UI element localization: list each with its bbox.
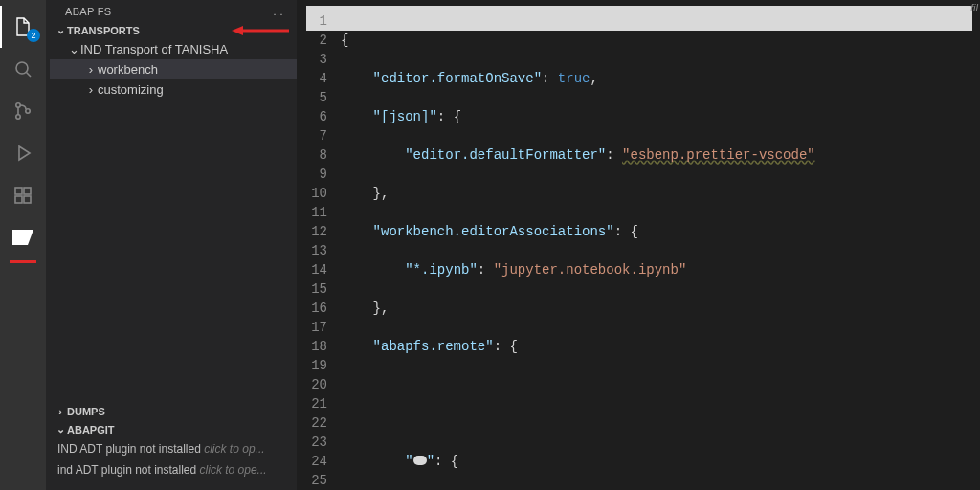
transports-tree: ⌄ IND Transport of TANISHA › workbench ›… <box>46 39 297 100</box>
abap-panel-icon[interactable] <box>0 216 46 258</box>
more-actions-icon[interactable]: … <box>273 6 285 17</box>
sidebar: ABAP FS … ⌄ TRANSPORTS ⌄ IND Transport o… <box>46 0 297 490</box>
abapgit-message-hint: click to op... <box>204 442 264 456</box>
run-debug-icon[interactable] <box>0 132 46 174</box>
line-number-gutter: 1234567891011121314151617181920212223242… <box>297 11 341 490</box>
redacted-key <box>413 456 427 465</box>
svg-rect-8 <box>24 196 31 203</box>
chevron-right-icon: › <box>84 82 98 97</box>
abapgit-message-text: ind ADT plugin not installed <box>57 463 196 477</box>
sidebar-title: ABAP FS <box>65 6 111 17</box>
svg-marker-12 <box>232 26 243 35</box>
annotation-arrow <box>232 25 289 36</box>
tree-transport-root[interactable]: ⌄ IND Transport of TANISHA <box>50 39 297 59</box>
svg-marker-10 <box>12 230 33 245</box>
tree-workbench[interactable]: › workbench <box>50 59 297 79</box>
abapgit-message[interactable]: ind ADT plugin not installed click to op… <box>46 459 297 480</box>
chevron-right-icon: › <box>54 406 67 417</box>
svg-point-4 <box>26 109 30 113</box>
svg-point-0 <box>16 62 28 74</box>
app-root: 2 ABAP FS … ⌄ TRANSPORTS <box>0 0 980 490</box>
chevron-right-icon: › <box>84 62 98 77</box>
abapgit-message-hint: click to ope... <box>200 463 267 477</box>
code-area[interactable]: 1234567891011121314151617181920212223242… <box>297 0 980 490</box>
svg-rect-9 <box>24 188 31 194</box>
tree-item-label: workbench <box>98 62 158 77</box>
source-control-icon[interactable] <box>0 90 46 132</box>
section-dumps[interactable]: › DUMPS <box>46 403 297 420</box>
explorer-badge: 2 <box>27 29 40 42</box>
section-transports-label: TRANSPORTS <box>67 25 226 36</box>
abapgit-message[interactable]: IND ADT plugin not installed click to op… <box>46 438 297 459</box>
chevron-down-icon: ⌄ <box>54 423 67 435</box>
svg-point-3 <box>16 115 20 119</box>
extensions-icon[interactable] <box>0 174 46 216</box>
sidebar-title-row: ABAP FS … <box>46 0 297 21</box>
abapgit-message-text: IND ADT plugin not installed <box>57 442 201 456</box>
section-dumps-label: DUMPS <box>67 406 289 417</box>
svg-marker-5 <box>19 146 30 160</box>
explorer-icon[interactable]: 2 <box>0 6 46 48</box>
activity-bar: 2 <box>0 0 46 490</box>
search-icon[interactable] <box>0 48 46 90</box>
section-transports[interactable]: ⌄ TRANSPORTS <box>46 21 297 39</box>
section-abapgit[interactable]: ⌄ ABAPGIT <box>46 420 297 438</box>
section-abapgit-label: ABAPGIT <box>67 424 289 435</box>
chevron-down-icon: ⌄ <box>67 42 80 56</box>
annotation-underline <box>10 260 36 263</box>
tree-item-label: IND Transport of TANISHA <box>80 42 228 56</box>
code-content[interactable]: { "editor.formatOnSave": true, "[json]":… <box>341 11 980 490</box>
tree-item-label: customizing <box>98 82 164 97</box>
svg-line-1 <box>27 73 32 78</box>
svg-point-2 <box>16 103 20 107</box>
chevron-down-icon: ⌄ <box>54 24 67 36</box>
editor: fil 123456789101112131415161718192021222… <box>297 0 980 490</box>
svg-rect-7 <box>15 196 22 203</box>
tree-customizing[interactable]: › customizing <box>50 79 297 100</box>
svg-rect-6 <box>15 188 22 194</box>
